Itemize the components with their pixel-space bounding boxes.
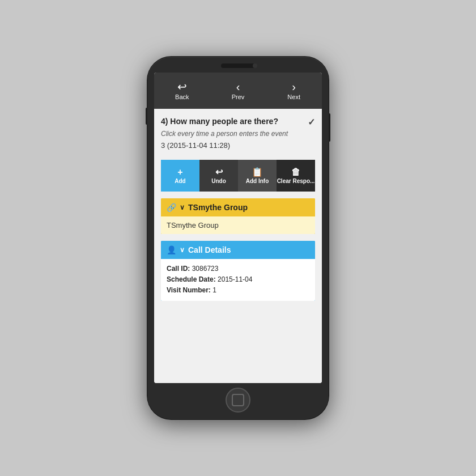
schedule-date-val: 2015-11-04 — [218, 275, 252, 283]
link-icon: 🔗 — [167, 203, 176, 212]
clear-icon: 🗑 — [291, 168, 300, 177]
add-icon: + — [177, 168, 182, 177]
clear-button[interactable]: 🗑 Clear Respo... — [277, 160, 315, 192]
call-id-label: Call ID: — [167, 265, 190, 273]
prev-icon: ‹ — [236, 81, 240, 92]
action-row: + Add ↩ Undo 📋 Add Info 🗑 Clear Respo... — [161, 160, 315, 192]
back-label: Back — [175, 94, 189, 100]
calldetails-chevron-icon: ∨ — [180, 246, 185, 254]
visit-number-label: Visit Number: — [167, 286, 211, 294]
question-value: 3 (2015-11-04 11:28) — [161, 141, 315, 150]
schedule-date-label: Schedule Date: — [167, 275, 216, 283]
addinfo-label: Add Info — [246, 178, 269, 184]
home-button[interactable] — [226, 388, 250, 413]
prev-button[interactable]: ‹ Prev — [210, 73, 266, 109]
next-button[interactable]: › Next — [266, 73, 322, 109]
next-label: Next — [287, 94, 300, 100]
phone-shell: ↩ Back ‹ Prev › Next 4) How many people … — [147, 57, 329, 419]
call-id-val: 3086723 — [192, 265, 219, 273]
add-label: Add — [175, 178, 185, 184]
group-section: 🔗 ∨ TSmythe Group TSmythe Group — [161, 198, 315, 234]
calldetails-icon: 👤 — [167, 245, 176, 254]
addinfo-button[interactable]: 📋 Add Info — [238, 160, 277, 192]
addinfo-icon: 📋 — [252, 168, 263, 177]
add-button[interactable]: + Add — [161, 160, 199, 192]
visit-number-val: 1 — [212, 286, 216, 294]
calldetails-body: Call ID: 3086723 Schedule Date: 2015-11-… — [161, 259, 315, 301]
back-button[interactable]: ↩ Back — [154, 73, 210, 109]
question-hint: Click every time a person enters the eve… — [161, 130, 315, 138]
question-title: 4) How many people are there? ✓ — [161, 117, 315, 128]
phone-speaker — [221, 63, 255, 68]
undo-icon: ↩ — [215, 168, 223, 177]
content-area: 4) How many people are there? ✓ Click ev… — [154, 109, 322, 383]
prev-label: Prev — [232, 94, 245, 100]
group-name: TSmythe Group — [188, 203, 248, 212]
undo-button[interactable]: ↩ Undo — [199, 160, 238, 192]
call-id-row: Call ID: 3086723 — [167, 264, 309, 274]
visit-number-row: Visit Number: 1 — [167, 285, 309, 296]
schedule-date-row: Schedule Date: 2015-11-04 — [167, 274, 309, 285]
undo-label: Undo — [211, 178, 226, 184]
group-header[interactable]: 🔗 ∨ TSmythe Group — [161, 198, 315, 216]
calldetails-title: Call Details — [188, 245, 231, 254]
check-icon: ✓ — [308, 117, 315, 128]
question-text: 4) How many people are there? — [161, 117, 278, 126]
nav-bar: ↩ Back ‹ Prev › Next — [154, 73, 322, 109]
next-icon: › — [292, 81, 296, 92]
calldetails-header[interactable]: 👤 ∨ Call Details — [161, 241, 315, 259]
back-icon: ↩ — [177, 81, 187, 92]
group-body: TSmythe Group — [161, 216, 315, 234]
phone-screen: ↩ Back ‹ Prev › Next 4) How many people … — [154, 73, 322, 383]
group-chevron-icon: ∨ — [180, 203, 185, 211]
clear-label: Clear Respo... — [277, 178, 315, 184]
question-block: 4) How many people are there? ✓ Click ev… — [161, 117, 315, 154]
calldetails-section: 👤 ∨ Call Details Call ID: 3086723 Schedu… — [161, 241, 315, 301]
